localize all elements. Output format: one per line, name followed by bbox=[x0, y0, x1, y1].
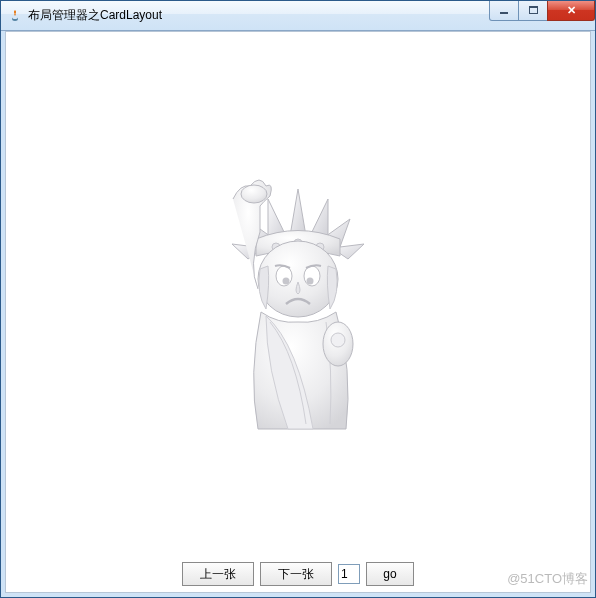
close-icon: ✕ bbox=[567, 4, 576, 17]
titlebar[interactable]: 布局管理器之CardLayout ✕ bbox=[1, 1, 595, 31]
svg-point-10 bbox=[241, 185, 267, 203]
maximize-button[interactable] bbox=[518, 1, 548, 21]
svg-marker-0 bbox=[290, 189, 306, 236]
minimize-button[interactable] bbox=[489, 1, 519, 21]
svg-point-15 bbox=[307, 278, 314, 285]
liberty-cartoon-icon bbox=[148, 144, 448, 444]
window-title: 布局管理器之CardLayout bbox=[28, 7, 490, 24]
content-panel: 上一张 下一张 go bbox=[5, 31, 591, 593]
next-button[interactable]: 下一张 bbox=[260, 562, 332, 586]
svg-point-17 bbox=[331, 333, 345, 347]
go-button[interactable]: go bbox=[366, 562, 414, 586]
prev-button[interactable]: 上一张 bbox=[182, 562, 254, 586]
maximize-icon bbox=[529, 6, 538, 14]
svg-point-11 bbox=[258, 241, 338, 317]
java-icon bbox=[7, 8, 23, 24]
svg-point-14 bbox=[283, 278, 290, 285]
page-input[interactable] bbox=[338, 564, 360, 584]
card-area bbox=[6, 32, 590, 556]
app-window: 布局管理器之CardLayout ✕ bbox=[0, 0, 596, 598]
content-frame: 上一张 下一张 go bbox=[1, 31, 595, 597]
close-button[interactable]: ✕ bbox=[547, 1, 595, 21]
minimize-icon bbox=[500, 12, 508, 14]
window-controls: ✕ bbox=[490, 1, 595, 21]
button-bar: 上一张 下一张 go bbox=[6, 556, 590, 592]
card-image bbox=[148, 144, 448, 444]
